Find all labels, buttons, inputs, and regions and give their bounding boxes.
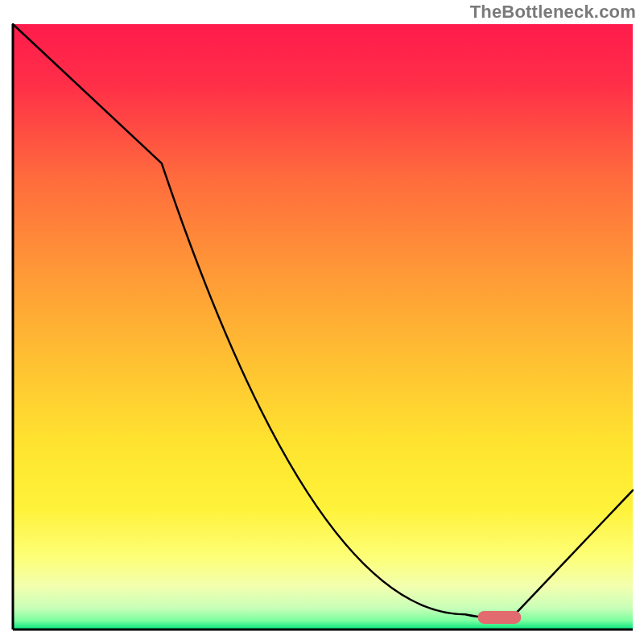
chart-frame: TheBottleneck.com [0,0,644,644]
bottleneck-chart [0,0,644,644]
plot-background [13,24,633,630]
optimal-marker [478,611,522,624]
